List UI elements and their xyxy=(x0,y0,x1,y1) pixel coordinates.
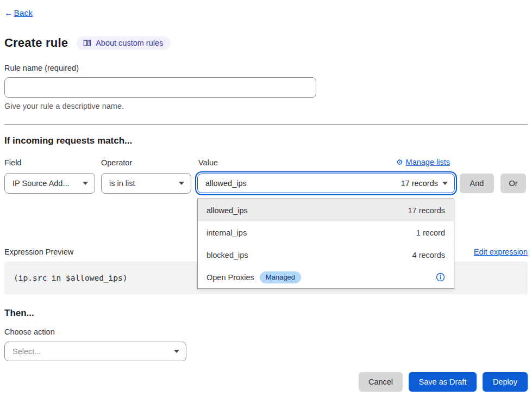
value-label: Value xyxy=(198,158,218,167)
gear-icon: ⚙ xyxy=(396,158,403,166)
list-option-name: internal_ips xyxy=(206,228,247,237)
action-select[interactable]: Select... xyxy=(4,342,186,361)
chevron-down-icon xyxy=(179,182,184,185)
action-select-placeholder: Select... xyxy=(12,347,41,356)
page-title: Create rule xyxy=(4,36,68,50)
list-option-records: 17 records xyxy=(408,206,445,215)
field-label: Field xyxy=(4,158,21,167)
about-custom-rules-label: About custom rules xyxy=(96,39,163,47)
chevron-down-icon xyxy=(174,350,179,353)
expression-preview-label: Expression Preview xyxy=(4,248,73,256)
title-row: Create rule About custom rules xyxy=(4,36,171,50)
and-button[interactable]: And xyxy=(460,174,494,193)
rule-name-helper: Give your rule a descriptive name. xyxy=(4,102,124,110)
choose-action-label: Choose action xyxy=(4,327,55,336)
list-option-name: Open Proxies xyxy=(206,273,254,282)
list-option-blocked-ips[interactable]: blocked_ips 4 records xyxy=(198,244,454,266)
manage-lists-link[interactable]: ⚙ Manage lists xyxy=(396,158,450,166)
manage-lists-label: Manage lists xyxy=(406,158,450,166)
create-rule-page: ← Back Create rule About custom rules Ru… xyxy=(0,0,532,402)
list-option-open-proxies[interactable]: Open Proxies Managed xyxy=(198,266,454,288)
managed-badge: Managed xyxy=(260,271,301,283)
operator-select-value: is in list xyxy=(109,179,135,188)
chevron-down-icon xyxy=(442,182,448,185)
expression-code: (ip.src in $allowed_ips) xyxy=(4,274,128,282)
list-option-internal-ips[interactable]: internal_ips 1 record xyxy=(198,221,454,244)
value-select[interactable]: allowed_ips 17 records xyxy=(197,174,455,193)
deploy-button[interactable]: Deploy xyxy=(483,372,528,392)
match-section-heading: If incoming requests match... xyxy=(4,135,132,146)
edit-expression-link[interactable]: Edit expression xyxy=(474,248,528,256)
operator-select[interactable]: is in list xyxy=(101,173,191,194)
value-select-record-count: 17 records xyxy=(400,179,438,188)
list-dropdown: allowed_ips 17 records internal_ips 1 re… xyxy=(197,199,454,289)
list-option-records: 4 records xyxy=(412,251,445,259)
chevron-down-icon xyxy=(83,182,88,185)
rule-name-input[interactable] xyxy=(4,77,316,98)
list-option-allowed-ips[interactable]: allowed_ips 17 records xyxy=(198,199,454,221)
save-as-draft-button[interactable]: Save as Draft xyxy=(409,372,477,392)
about-custom-rules-link[interactable]: About custom rules xyxy=(77,36,171,50)
then-section-heading: Then... xyxy=(4,308,34,319)
cancel-button[interactable]: Cancel xyxy=(359,372,403,392)
back-arrow-icon: ← xyxy=(4,8,13,18)
section-divider xyxy=(4,124,528,125)
info-icon[interactable] xyxy=(436,273,445,282)
operator-label: Operator xyxy=(101,158,132,167)
field-select-value: IP Source Add... xyxy=(12,179,70,188)
value-select-value: allowed_ips xyxy=(205,179,247,188)
list-option-records: 1 record xyxy=(416,228,445,237)
list-option-name: blocked_ips xyxy=(206,251,248,259)
back-label: Back xyxy=(14,8,33,18)
rule-name-label: Rule name (required) xyxy=(4,64,79,72)
list-option-name: allowed_ips xyxy=(206,206,248,215)
or-button[interactable]: Or xyxy=(500,174,526,193)
book-icon xyxy=(83,39,91,47)
back-link[interactable]: ← Back xyxy=(4,8,33,18)
field-select[interactable]: IP Source Add... xyxy=(4,173,95,194)
